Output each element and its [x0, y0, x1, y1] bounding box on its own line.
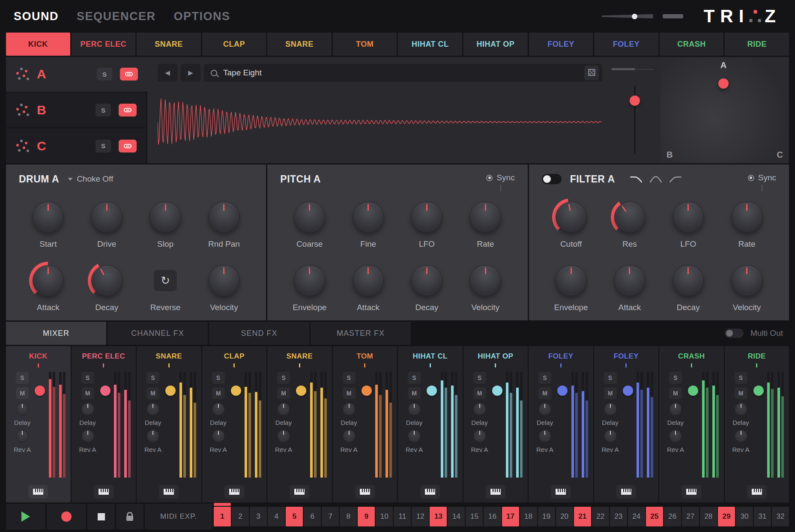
- choke-mode-dropdown[interactable]: Choke Off: [68, 173, 113, 185]
- step-9[interactable]: 9: [358, 507, 375, 526]
- tab-channel-fx[interactable]: CHANNEL FX: [108, 322, 208, 345]
- mixer-strip-foley-10[interactable]: FOLEYSMDelayRev A: [594, 346, 659, 502]
- layer-b-link-button[interactable]: [119, 104, 137, 117]
- pitch-a-envelope-knob[interactable]: [291, 262, 329, 299]
- next-sample-button[interactable]: ▶: [181, 64, 200, 82]
- pad-tab-hihat-op-8[interactable]: HIHAT OP: [463, 33, 528, 56]
- step-11[interactable]: 11: [394, 507, 411, 526]
- pan-knob[interactable]: [623, 386, 633, 396]
- mixer-strip-snare-3[interactable]: SNARESMDelayRev A: [137, 346, 201, 502]
- solo-button[interactable]: S: [408, 372, 421, 384]
- tab-options[interactable]: OPTIONS: [174, 10, 230, 23]
- keyboard-icon[interactable]: [616, 485, 636, 499]
- drum-a-reverse-button[interactable]: ↻: [154, 270, 177, 291]
- mute-button[interactable]: M: [604, 387, 617, 399]
- layer-c-solo-button[interactable]: S: [96, 140, 111, 152]
- mixer-strip-clap-4[interactable]: CLAPSMDelayRev A: [202, 346, 267, 502]
- keyboard-icon[interactable]: [420, 485, 440, 499]
- record-button[interactable]: [47, 504, 86, 529]
- master-volume-handle[interactable]: [632, 14, 637, 19]
- solo-button[interactable]: S: [538, 372, 551, 384]
- mixer-strip-perc-elec-2[interactable]: PERC ELECSMDelayRev A: [72, 346, 136, 502]
- delay-send-knob[interactable]: [538, 403, 551, 415]
- drum-a-decay-knob[interactable]: [88, 262, 126, 299]
- pan-knob[interactable]: [231, 386, 241, 396]
- pan-knob[interactable]: [362, 386, 372, 396]
- reverb-send-knob[interactable]: [343, 430, 356, 442]
- layer-b-solo-button[interactable]: S: [96, 104, 111, 117]
- delay-send-knob[interactable]: [408, 403, 421, 415]
- step-23[interactable]: 23: [610, 507, 627, 526]
- mute-button[interactable]: M: [212, 387, 225, 399]
- highpass-icon[interactable]: [669, 175, 682, 183]
- waveform-display[interactable]: [158, 85, 602, 159]
- reverb-send-knob[interactable]: [408, 430, 421, 442]
- tab-sequencer[interactable]: SEQUENCER: [77, 10, 156, 23]
- sample-pan-slider[interactable]: [612, 69, 654, 70]
- reverb-send-knob[interactable]: [538, 430, 551, 442]
- prev-sample-button[interactable]: ◀: [158, 64, 177, 82]
- solo-button[interactable]: S: [277, 372, 290, 384]
- pan-knob[interactable]: [688, 386, 698, 396]
- step-4[interactable]: 4: [268, 507, 285, 526]
- mixer-strip-snare-5[interactable]: SNARESMDelayRev A: [267, 346, 332, 502]
- pad-tab-foley-10[interactable]: FOLEY: [594, 33, 658, 56]
- filter-enable-toggle[interactable]: [542, 174, 562, 184]
- solo-button[interactable]: S: [212, 372, 225, 384]
- layer-a-link-button[interactable]: [120, 68, 138, 81]
- pitch-a-velocity-knob[interactable]: [466, 262, 504, 299]
- pan-knob[interactable]: [165, 386, 176, 396]
- drum-a-rnd-pan-knob[interactable]: [205, 198, 243, 236]
- delay-send-knob[interactable]: [735, 403, 747, 415]
- pad-tab-kick-1[interactable]: KICK: [6, 33, 70, 56]
- reverb-send-knob[interactable]: [669, 430, 682, 442]
- step-14[interactable]: 14: [448, 507, 465, 526]
- keyboard-icon[interactable]: [224, 485, 244, 499]
- play-button[interactable]: [6, 504, 45, 529]
- pad-tab-snare-5[interactable]: SNARE: [267, 33, 332, 56]
- keyboard-icon[interactable]: [747, 485, 767, 499]
- pan-knob[interactable]: [100, 386, 111, 396]
- step-17[interactable]: 17: [502, 507, 519, 526]
- sample-search-box[interactable]: Tape Eight ⚄: [204, 64, 602, 82]
- solo-button[interactable]: S: [81, 372, 94, 384]
- mute-button[interactable]: M: [538, 387, 551, 399]
- layer-row-b[interactable]: BS: [6, 93, 147, 129]
- solo-button[interactable]: S: [604, 372, 617, 384]
- mixer-strip-ride-12[interactable]: RIDESMDelayRev A: [725, 346, 789, 502]
- filter-a-attack-knob[interactable]: [611, 262, 649, 299]
- sync-radio[interactable]: [486, 175, 493, 181]
- pan-knob[interactable]: [557, 386, 568, 396]
- pad-tab-snare-3[interactable]: SNARE: [137, 33, 201, 56]
- solo-button[interactable]: S: [146, 372, 159, 384]
- step-15[interactable]: 15: [466, 507, 483, 526]
- pad-tab-crash-11[interactable]: CRASH: [660, 33, 724, 56]
- drum-a-start-knob[interactable]: [29, 198, 67, 236]
- reverb-send-knob[interactable]: [604, 430, 617, 442]
- step-6[interactable]: 6: [304, 507, 321, 526]
- keyboard-icon[interactable]: [551, 485, 571, 499]
- midi-export-button[interactable]: MIDI EXP.: [145, 504, 212, 529]
- drum-a-drive-knob[interactable]: [88, 198, 126, 236]
- xy-position-handle[interactable]: [718, 78, 729, 89]
- drum-a-slop-knob[interactable]: [146, 198, 184, 236]
- pad-tab-hihat-cl-7[interactable]: HIHAT CL: [398, 33, 462, 56]
- step-27[interactable]: 27: [682, 507, 699, 526]
- random-sample-icon[interactable]: ⚄: [584, 66, 599, 80]
- step-10[interactable]: 10: [376, 507, 393, 526]
- step-1[interactable]: 1: [214, 507, 231, 526]
- filter-a-cutoff-knob[interactable]: [552, 198, 590, 236]
- filter-a-velocity-knob[interactable]: [728, 262, 766, 299]
- delay-send-knob[interactable]: [16, 403, 29, 415]
- step-16[interactable]: 16: [484, 507, 501, 526]
- layer-xy-pad[interactable]: A B C: [661, 57, 789, 163]
- reverb-send-knob[interactable]: [16, 430, 29, 442]
- filter-a-envelope-knob[interactable]: [552, 262, 590, 299]
- mute-button[interactable]: M: [277, 387, 290, 399]
- bandpass-icon[interactable]: [649, 175, 662, 183]
- keyboard-icon[interactable]: [355, 485, 375, 499]
- drum-a-attack-knob[interactable]: [29, 262, 67, 299]
- step-3[interactable]: 3: [250, 507, 267, 526]
- mixer-strip-tom-6[interactable]: TOMSMDelayRev A: [333, 346, 398, 502]
- reverb-send-knob[interactable]: [277, 430, 290, 442]
